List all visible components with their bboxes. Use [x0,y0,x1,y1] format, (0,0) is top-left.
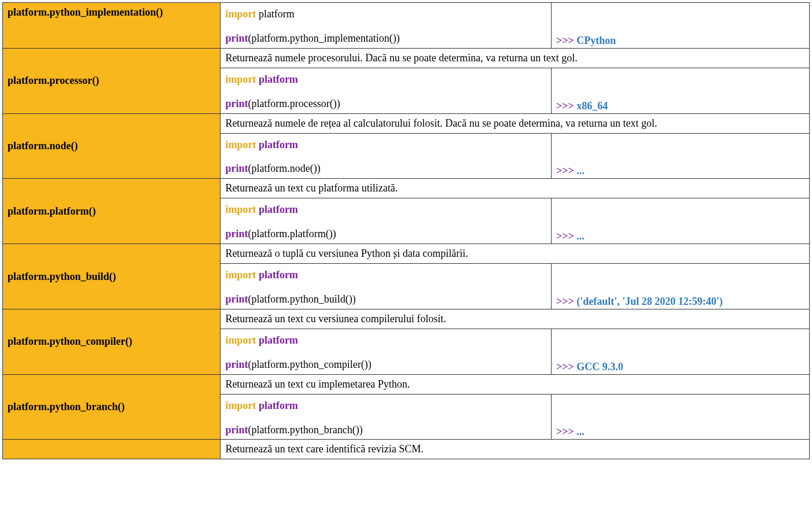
module-name: platform [259,204,298,215]
function-name-cell [3,440,221,459]
keyword-print: print [225,32,248,44]
module-name: platform [259,139,298,150]
keyword-print: print [225,98,248,109]
function-name-cell: platform.python_implementation() [3,3,221,49]
blank-line [225,23,546,31]
output-cell: >>> CPython [551,3,809,49]
output-prompt: >>> [556,100,574,112]
table-row: platform.platform()Returnează un text cu… [3,179,810,198]
description-cell: Returnează un text cu platforma utilizat… [221,179,810,198]
keyword-print: print [225,293,248,305]
output-prompt: >>> [556,35,574,46]
table-row: platform.processor()Returnează numele pr… [3,48,810,68]
blank-line [225,349,546,357]
keyword-import: import [225,204,256,215]
keyword-import: import [225,73,256,85]
module-name: platform [259,8,295,20]
keyword-print: print [225,228,248,239]
table-row: platform.node()Returnează numele de rețe… [3,113,810,133]
function-name-cell: platform.processor() [3,48,221,113]
description-cell: Returnează o tuplă cu versiunea Python ș… [221,244,810,264]
output-cell: >>> ('default', 'Jul 28 2020 12:59:40') [551,264,809,309]
table-row: platform.python_compiler()Returnează un … [3,309,810,329]
module-name: platform [259,269,298,281]
module-name: platform [259,73,298,85]
output-value: GCC 9.3.0 [576,361,623,373]
blank-line [225,414,546,422]
keyword-print: print [225,424,248,436]
module-name: platform [259,400,298,411]
output-cell: >>> ... [551,394,809,440]
call-arguments: (platform.python_build()) [248,293,355,305]
output-value: ... [576,230,585,242]
keyword-import: import [225,139,256,150]
function-name-cell: platform.python_branch() [3,374,221,440]
output-prompt: >>> [556,230,574,242]
code-example-cell: import platformprint(platform.python_bra… [221,394,552,440]
code-example-cell: import platformprint(platform.python_com… [221,329,552,374]
table-row: platform.python_branch()Returnează un te… [3,374,810,394]
output-prompt: >>> [556,165,574,176]
code-example-cell: import platformprint(platform.python_imp… [221,3,552,49]
keyword-print: print [225,163,248,174]
reference-table: platform.python_implementation()import p… [2,2,810,459]
blank-line [225,218,546,226]
code-example-cell: import platformprint(platform.processor(… [221,68,552,113]
description-cell: Returnează un text care identifică reviz… [221,440,810,459]
keyword-import: import [225,8,256,20]
blank-line [225,283,546,292]
table-row: platform.python_implementation()import p… [3,3,810,49]
call-arguments: (platform.processor()) [248,98,340,109]
code-example-cell: import platformprint(platform.platform()… [221,198,552,244]
keyword-print: print [225,359,248,370]
output-prompt: >>> [556,361,574,373]
output-cell: >>> x86_64 [551,68,809,113]
output-prompt: >>> [556,296,574,307]
output-value: ('default', 'Jul 28 2020 12:59:40') [576,296,723,307]
code-example-cell: import platformprint(platform.node()) [221,133,552,179]
call-arguments: (platform.python_branch()) [248,424,362,436]
description-cell: Returnează un text cu implemetarea Pytho… [221,374,810,394]
blank-line [225,88,546,96]
code-example-cell: import platformprint(platform.python_bui… [221,264,552,309]
output-value: CPython [576,35,616,46]
module-name: platform [259,334,298,346]
call-arguments: (platform.node()) [248,163,320,174]
blank-line [225,153,546,161]
output-cell: >>> ... [551,198,809,244]
output-value: ... [576,165,585,176]
keyword-import: import [225,334,256,346]
description-cell: Returnează numele de rețea al calculator… [221,113,810,133]
call-arguments: (platform.python_implementation()) [248,32,399,44]
function-name-cell: platform.node() [3,113,221,179]
function-name-cell: platform.platform() [3,179,221,244]
table-row: platform.python_build()Returnează o tupl… [3,244,810,264]
keyword-import: import [225,400,256,411]
output-cell: >>> GCC 9.3.0 [551,329,809,374]
keyword-import: import [225,269,256,281]
function-name-cell: platform.python_compiler() [3,309,221,374]
output-value: x86_64 [576,100,608,112]
output-cell: >>> ... [551,133,809,179]
output-value: ... [576,426,585,437]
description-cell: Returnează un text cu versiunea compiler… [221,309,810,329]
call-arguments: (platform.python_compiler()) [248,359,371,370]
call-arguments: (platform.platform()) [248,228,336,239]
output-prompt: >>> [556,426,574,437]
function-name-cell: platform.python_build() [3,244,221,309]
description-cell: Returnează numele procesorului. Dacă nu … [221,48,810,68]
table-row: Returnează un text care identifică reviz… [3,440,810,459]
